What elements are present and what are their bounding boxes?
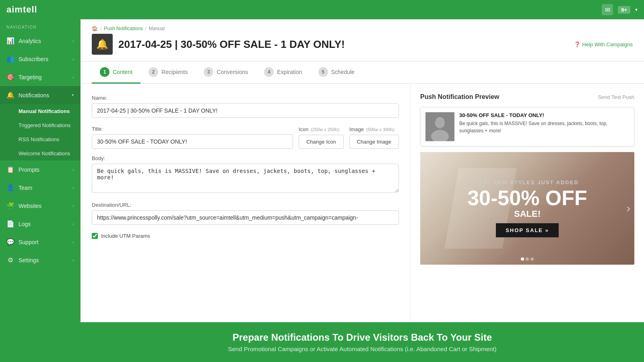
- websites-icon: 🧩: [6, 202, 14, 210]
- sidebar-label-analytics: Analytics: [19, 38, 41, 44]
- banner-next-arrow-icon[interactable]: ›: [627, 202, 630, 215]
- sidebar-item-notifications[interactable]: 🔔 Notifications ▾: [0, 86, 80, 104]
- notification-badge[interactable]: 9+: [618, 6, 630, 14]
- sidebar-label-prompts: Prompts: [19, 167, 39, 173]
- nav-label: NAVIGATION: [0, 19, 80, 32]
- sidebar-label-settings: Settings: [19, 257, 39, 263]
- send-test-push-button[interactable]: Send Test Push: [598, 94, 634, 100]
- websites-chevron-icon: ›: [72, 204, 74, 208]
- tab-recipients[interactable]: 2 Recipients: [140, 62, 196, 84]
- support-icon: 💬: [6, 238, 14, 246]
- sidebar-label-notifications: Notifications: [19, 92, 49, 99]
- page-header-left: 🔔 2017-04-25 | 30-50% OFF SALE - 1 DAY O…: [92, 34, 345, 55]
- body-label: Body:: [92, 155, 399, 161]
- notifications-icon: 🔔: [6, 91, 14, 99]
- main-layout: NAVIGATION 📊 Analytics › 👥 Subscribers ›…: [0, 19, 644, 362]
- tab-expiration[interactable]: 4 Expiration: [256, 62, 310, 84]
- sidebar-label-support: Support: [19, 239, 38, 245]
- sidebar-item-prompts[interactable]: 📋 Prompts ›: [0, 160, 80, 179]
- subscribers-chevron-icon: ›: [72, 57, 74, 62]
- sidebar-item-support[interactable]: 💬 Support ›: [0, 233, 80, 251]
- sidebar-item-team[interactable]: 👤 Team ›: [0, 179, 80, 197]
- url-input[interactable]: [92, 210, 399, 225]
- url-label: Destination/URL:: [92, 202, 399, 208]
- title-label: Title:: [92, 126, 293, 132]
- banner-dots: [521, 257, 534, 261]
- change-icon-button[interactable]: Change Icon: [299, 135, 344, 149]
- support-chevron-icon: ›: [72, 240, 74, 245]
- content-area: 🏠 / Push Notifications / Manual 🔔 2017-0…: [80, 19, 644, 362]
- breadcrumb: 🏠 / Push Notifications / Manual: [92, 26, 633, 31]
- page-title: 2017-04-25 | 30-50% OFF SALE - 1 DAY ONL…: [118, 38, 345, 51]
- image-label: Image (500w x 300h):: [349, 126, 399, 132]
- submenu-manual[interactable]: Manual Notifications: [0, 104, 80, 118]
- banner-dot-1: [521, 257, 524, 261]
- preview-notification: 30-50% OFF SALE - TODAY ONLY! Be quick g…: [420, 107, 634, 146]
- utm-checkbox-row: Include UTM Params: [92, 233, 399, 239]
- sidebar-item-settings[interactable]: ⚙ Settings ›: [0, 251, 80, 269]
- preview-notif-img: [425, 112, 454, 141]
- preview-section: Push Notification Preview Send Test Push: [411, 84, 644, 322]
- sidebar: NAVIGATION 📊 Analytics › 👥 Subscribers ›…: [0, 19, 80, 362]
- prompts-icon: 📋: [6, 166, 14, 173]
- analytics-icon: 📊: [6, 37, 14, 45]
- title-input[interactable]: [92, 134, 293, 149]
- home-icon[interactable]: 🏠: [92, 26, 98, 31]
- sidebar-item-websites[interactable]: 🧩 Websites ›: [0, 197, 80, 215]
- change-image-button[interactable]: Change Image: [349, 135, 399, 149]
- footer-promo: Prepare Notifications To Drive Visitors …: [80, 322, 644, 362]
- sidebar-item-targeting[interactable]: 🎯 Targeting ›: [0, 68, 80, 86]
- submenu-triggered[interactable]: Triggered Notifications: [0, 118, 80, 132]
- page-header-main: 🔔 2017-04-25 | 30-50% OFF SALE - 1 DAY O…: [92, 34, 633, 55]
- tab-num-3: 3: [204, 67, 213, 77]
- footer-promo-subtitle: Send Promotional Campaigns or Activate A…: [90, 346, 634, 352]
- notifications-submenu: Manual Notifications Triggered Notificat…: [0, 104, 80, 160]
- tabs-bar: 1 Content 2 Recipients 3 Conversions 4 E…: [80, 62, 644, 84]
- tab-content[interactable]: 1 Content: [92, 62, 140, 84]
- sidebar-label-subscribers: Subscribers: [19, 56, 48, 62]
- banner-dot-3: [530, 257, 534, 261]
- subscribers-icon: 👥: [6, 55, 14, 63]
- preview-banner: 150+ NEW STYLES JUST ADDED 30-50% OFF SA…: [420, 152, 634, 265]
- sidebar-item-subscribers[interactable]: 👥 Subscribers ›: [0, 50, 80, 68]
- banner-content: 150+ NEW STYLES JUST ADDED 30-50% OFF SA…: [467, 179, 587, 238]
- top-bar-right: ✉ 9+ ▾: [602, 4, 638, 15]
- tab-label-schedule: Schedule: [331, 69, 355, 75]
- help-campaigns-link[interactable]: ❓ Help With Campaigns: [574, 41, 633, 47]
- preview-notif-text: 30-50% OFF SALE - TODAY ONLY! Be quick g…: [459, 112, 629, 141]
- tab-schedule[interactable]: 5 Schedule: [310, 62, 363, 84]
- model-thumbnail-icon: [425, 112, 454, 141]
- top-bar-chevron-icon[interactable]: ▾: [635, 7, 638, 12]
- sidebar-item-analytics[interactable]: 📊 Analytics ›: [0, 32, 80, 50]
- message-icon[interactable]: ✉: [602, 4, 613, 15]
- name-input[interactable]: [92, 103, 399, 118]
- title-icon-image-row: Title: Icon (250w x 250h): Change Icon I…: [92, 126, 399, 149]
- url-group: Destination/URL:: [92, 202, 399, 225]
- targeting-chevron-icon: ›: [72, 75, 74, 80]
- page-icon-box: 🔔: [92, 34, 113, 55]
- body-textarea[interactable]: Be quick gals, this is MASSIVE! Save on …: [92, 164, 399, 193]
- banner-shop-button[interactable]: SHOP SALE »: [496, 223, 559, 237]
- sidebar-item-logs[interactable]: 📄 Logs ›: [0, 215, 80, 233]
- notifications-chevron-icon: ▾: [72, 93, 74, 98]
- notif-title: 30-50% OFF SALE - TODAY ONLY!: [459, 112, 629, 118]
- preview-header: Push Notification Preview Send Test Push: [420, 93, 634, 101]
- preview-title: Push Notification Preview: [420, 93, 499, 101]
- utm-checkbox-label: Include UTM Params: [101, 233, 150, 239]
- submenu-rss[interactable]: RSS Notifications: [0, 132, 80, 146]
- settings-chevron-icon: ›: [72, 258, 74, 263]
- tab-label-recipients: Recipients: [161, 69, 188, 75]
- tab-conversions[interactable]: 3 Conversions: [196, 62, 256, 84]
- breadcrumb-manual: Manual: [149, 26, 165, 31]
- submenu-welcome[interactable]: Welcome Notifications: [0, 146, 80, 160]
- logs-icon: 📄: [6, 220, 14, 228]
- top-bar: aimtell ✉ 9+ ▾: [0, 0, 644, 19]
- body-group: Body: Be quick gals, this is MASSIVE! Sa…: [92, 155, 399, 194]
- svg-point-1: [435, 117, 445, 128]
- page-bell-icon: 🔔: [96, 39, 108, 50]
- tab-num-4: 4: [264, 67, 274, 77]
- utm-checkbox[interactable]: [92, 233, 98, 239]
- name-label: Name:: [92, 95, 399, 101]
- breadcrumb-push-notifications[interactable]: Push Notifications: [104, 26, 142, 31]
- logo: aimtell: [6, 4, 37, 15]
